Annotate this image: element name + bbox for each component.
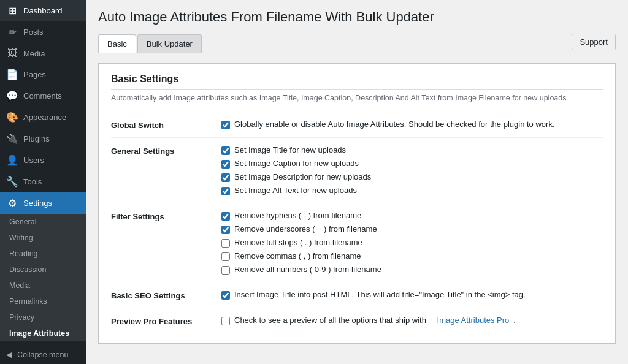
checkbox-insert-title-label: Insert Image Title into post HTML. This …	[234, 290, 526, 299]
checkbox-set-caption-input[interactable]	[221, 160, 230, 169]
sidebar-sub-item-general[interactable]: General	[0, 214, 86, 230]
setting-row-general-settings: General Settings Set Image Title for new…	[111, 138, 603, 203]
sidebar-sub-item-permalinks[interactable]: Permalinks	[0, 294, 86, 309]
media-icon: 🖼	[6, 48, 18, 59]
checkbox-remove-commas[interactable]: Remove commas ( , ) from filename	[221, 251, 603, 261]
checkbox-set-description-label: Set Image Description for new uploads	[234, 172, 371, 181]
page-title: Auto Image Attributes From Filename With…	[98, 9, 616, 25]
checkbox-set-alt[interactable]: Set Image Alt Text for new uploads	[221, 186, 603, 195]
checkbox-set-description-input[interactable]	[221, 173, 230, 182]
checkbox-set-title[interactable]: Set Image Title for new uploads	[221, 145, 603, 155]
checkbox-preview-pro-input[interactable]	[221, 317, 230, 325]
checkbox-remove-commas-label: Remove commas ( , ) from filename	[234, 251, 361, 260]
checkbox-set-alt-label: Set Image Alt Text for new uploads	[234, 186, 357, 195]
setting-row-basic-seo: Basic SEO Settings Insert Image Title in…	[111, 282, 603, 308]
comments-icon: 💬	[6, 90, 18, 102]
checkbox-set-caption[interactable]: Set Image Caption for new uploads	[221, 159, 603, 169]
checkbox-set-alt-input[interactable]	[221, 187, 230, 195]
collapse-label: Collapse menu	[17, 351, 68, 359]
setting-content-global-switch: Globally enable or disable Auto Image At…	[221, 119, 603, 129]
checkbox-remove-numbers[interactable]: Remove all numbers ( 0-9 ) from filename	[221, 265, 603, 275]
sidebar-sub-item-writing[interactable]: Writing	[0, 230, 86, 246]
settings-section-title: Basic Settings	[111, 74, 603, 90]
sidebar-sub-item-reading[interactable]: Reading	[0, 246, 86, 262]
tab-basic[interactable]: Basic	[98, 34, 136, 53]
tabs-row: Basic Bulk Updater Support	[98, 34, 616, 53]
image-attributes-pro-link[interactable]: Image Attributes Pro	[437, 316, 510, 325]
pages-icon: 📄	[6, 69, 18, 80]
users-icon: 👤	[6, 154, 18, 166]
checkbox-remove-underscores[interactable]: Remove underscores ( _ ) from filename	[221, 224, 603, 234]
checkbox-set-title-label: Set Image Title for new uploads	[234, 145, 346, 154]
sidebar-item-appearance[interactable]: 🎨 Appearance	[0, 107, 86, 128]
checkbox-preview-pro-label: Check to see a preview of all the option…	[234, 316, 426, 325]
checkbox-set-caption-label: Set Image Caption for new uploads	[234, 159, 359, 168]
sidebar-item-dashboard[interactable]: ⊞ Dashboard	[0, 0, 86, 21]
checkbox-set-description[interactable]: Set Image Description for new uploads	[221, 172, 603, 182]
setting-row-preview-pro: Preview Pro Features Check to see a prev…	[111, 308, 603, 333]
plugins-icon: 🔌	[6, 133, 18, 145]
setting-label-general-settings: General Settings	[111, 145, 221, 156]
setting-content-filter-settings: Remove hyphens ( - ) from filename Remov…	[221, 211, 603, 275]
checkbox-remove-hyphens[interactable]: Remove hyphens ( - ) from filename	[221, 211, 603, 221]
setting-content-preview-pro: Check to see a preview of all the option…	[221, 316, 603, 325]
checkbox-insert-title[interactable]: Insert Image Title into post HTML. This …	[221, 290, 603, 300]
sidebar-item-posts[interactable]: ✏ Posts	[0, 21, 86, 43]
tools-icon: 🔧	[6, 176, 18, 188]
setting-label-basic-seo: Basic SEO Settings	[111, 290, 221, 300]
setting-content-basic-seo: Insert Image Title into post HTML. This …	[221, 290, 603, 300]
sidebar-item-users[interactable]: 👤 Users	[0, 150, 86, 171]
checkbox-remove-underscores-input[interactable]	[221, 226, 230, 234]
sidebar-item-pages[interactable]: 📄 Pages	[0, 64, 86, 85]
setting-row-filter-settings: Filter Settings Remove hyphens ( - ) fro…	[111, 203, 603, 282]
sidebar-item-plugins[interactable]: 🔌 Plugins	[0, 128, 86, 150]
checkbox-insert-title-input[interactable]	[221, 291, 230, 300]
tabs-left: Basic Bulk Updater	[98, 34, 203, 53]
sidebar-item-tools[interactable]: 🔧 Tools	[0, 171, 86, 192]
collapse-icon: ◀	[6, 350, 12, 359]
checkbox-remove-full-stops-label: Remove full stops ( . ) from filename	[234, 238, 362, 247]
sidebar-label: Dashboard	[23, 6, 63, 15]
settings-description: Automatically add Image attributes such …	[111, 94, 603, 102]
dashboard-icon: ⊞	[6, 5, 18, 17]
settings-submenu: General Writing Reading Discussion Media…	[0, 214, 86, 341]
settings-panel: Basic Settings Automatically add Image a…	[98, 63, 616, 344]
checkbox-remove-full-stops[interactable]: Remove full stops ( . ) from filename	[221, 238, 603, 248]
checkbox-remove-numbers-label: Remove all numbers ( 0-9 ) from filename	[234, 265, 381, 274]
sidebar-sub-item-image-attributes[interactable]: Image Attributes	[0, 325, 86, 341]
setting-label-global-switch: Global Switch	[111, 119, 221, 130]
checkbox-set-title-input[interactable]	[221, 146, 230, 155]
checkbox-remove-hyphens-input[interactable]	[221, 212, 230, 221]
checkbox-global-switch[interactable]: Globally enable or disable Auto Image At…	[221, 119, 603, 129]
setting-label-preview-pro: Preview Pro Features	[111, 316, 221, 326]
support-button[interactable]: Support	[572, 34, 616, 50]
sidebar: ⊞ Dashboard ✏ Posts 🖼 Media 📄 Pages 💬 Co…	[0, 0, 86, 364]
checkbox-global-switch-label: Globally enable or disable Auto Image At…	[234, 119, 555, 129]
sidebar-item-settings[interactable]: ⚙ Settings	[0, 192, 86, 214]
checkbox-preview-pro[interactable]: Check to see a preview of all the option…	[221, 316, 603, 325]
collapse-menu[interactable]: ◀ Collapse menu	[0, 345, 86, 364]
sidebar-sub-item-privacy[interactable]: Privacy	[0, 309, 86, 325]
appearance-icon: 🎨	[6, 112, 18, 123]
settings-icon: ⚙	[6, 197, 18, 209]
link-suffix: .	[513, 316, 516, 325]
posts-icon: ✏	[6, 26, 18, 38]
checkbox-remove-underscores-label: Remove underscores ( _ ) from filename	[234, 224, 377, 233]
checkbox-remove-full-stops-input[interactable]	[221, 239, 230, 248]
checkbox-global-switch-input[interactable]	[221, 121, 230, 129]
main-content: Auto Image Attributes From Filename With…	[86, 0, 628, 364]
setting-content-general-settings: Set Image Title for new uploads Set Imag…	[221, 145, 603, 195]
sidebar-sub-item-discussion[interactable]: Discussion	[0, 262, 86, 278]
sidebar-item-media[interactable]: 🖼 Media	[0, 43, 86, 64]
setting-label-filter-settings: Filter Settings	[111, 211, 221, 221]
checkbox-remove-numbers-input[interactable]	[221, 266, 230, 275]
setting-row-global-switch: Global Switch Globally enable or disable…	[111, 112, 603, 138]
checkbox-remove-hyphens-label: Remove hyphens ( - ) from filename	[234, 211, 361, 220]
tab-bulk-updater[interactable]: Bulk Updater	[137, 34, 202, 53]
sidebar-item-comments[interactable]: 💬 Comments	[0, 85, 86, 107]
checkbox-remove-commas-input[interactable]	[221, 252, 230, 261]
sidebar-sub-item-media[interactable]: Media	[0, 278, 86, 294]
